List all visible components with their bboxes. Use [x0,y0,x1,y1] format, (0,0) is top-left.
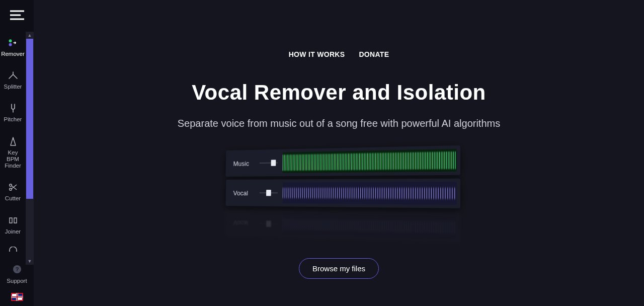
headphones-icon [8,244,18,254]
svg-text:?: ? [15,266,19,272]
language-selector[interactable] [11,293,23,301]
nav-donate[interactable]: DONATE [359,50,389,58]
reflection: Vocal [225,210,460,243]
pitcher-icon [8,103,18,113]
browse-files-button[interactable]: Browse my files [299,258,379,279]
support-label: Support [7,278,27,284]
sidebar-item-label: Key BPM Finder [1,149,25,170]
metronome-icon [8,136,18,146]
support-button[interactable]: ? Support [7,265,27,284]
splitter-icon [8,70,18,81]
sidebar-item-label: Splitter [4,84,22,90]
remover-icon [8,38,18,48]
vocal-waveform [282,182,456,205]
sidebar-item-cutter[interactable]: Cutter [0,176,26,209]
track-row-music: Music [225,145,460,177]
sidebar-item-splitter[interactable]: Splitter [0,64,26,97]
svg-point-0 [9,39,12,42]
page-subtitle: Separate voice from music out of a song … [178,118,500,129]
scrollbar-thumb[interactable] [26,39,33,199]
sidebar-item-key-bpm-finder[interactable]: Key BPM Finder [0,130,26,177]
sidebar-scrollbar[interactable]: ▲ ▼ [26,32,34,265]
svg-point-3 [9,188,12,191]
sidebar: Remover Splitter Pitcher Key BPM Finder [0,0,34,306]
sidebar-item-label: Joiner [5,228,21,235]
scissors-icon [8,182,18,192]
music-waveform [282,149,456,173]
nav-how-it-works[interactable]: HOW IT WORKS [289,50,345,58]
sidebar-item-label: Remover [1,51,25,57]
svg-point-1 [9,43,12,46]
page-title: Vocal Remover and Isolation [192,81,486,105]
hamburger-icon [10,10,24,22]
svg-point-2 [9,184,12,187]
main-content: HOW IT WORKS DONATE Vocal Remover and Is… [34,0,644,306]
vocal-volume-slider[interactable] [259,190,277,195]
help-icon: ? [13,265,22,275]
scroll-up-arrow-icon[interactable]: ▲ [26,32,34,39]
sidebar-item-label: Cutter [5,195,21,202]
player-preview: Music Vocal Vocal [226,150,452,226]
top-nav: HOW IT WORKS DONATE [289,50,389,58]
track-label: Music [225,159,259,167]
sidebar-item-label: Pitcher [4,116,22,123]
sidebar-item-more[interactable] [0,242,26,256]
sidebar-item-remover[interactable]: Remover [0,32,26,64]
sidebar-item-joiner[interactable]: Joiner [0,209,26,242]
track-row-vocal: Vocal [225,179,460,208]
menu-toggle-button[interactable] [0,0,34,32]
scroll-down-arrow-icon[interactable]: ▼ [26,258,34,265]
sidebar-item-pitcher[interactable]: Pitcher [0,97,26,130]
music-volume-slider[interactable] [259,160,277,166]
sidebar-nav-scroll: Remover Splitter Pitcher Key BPM Finder [0,32,34,265]
joiner-icon [8,215,18,225]
track-label: Vocal [225,189,259,197]
